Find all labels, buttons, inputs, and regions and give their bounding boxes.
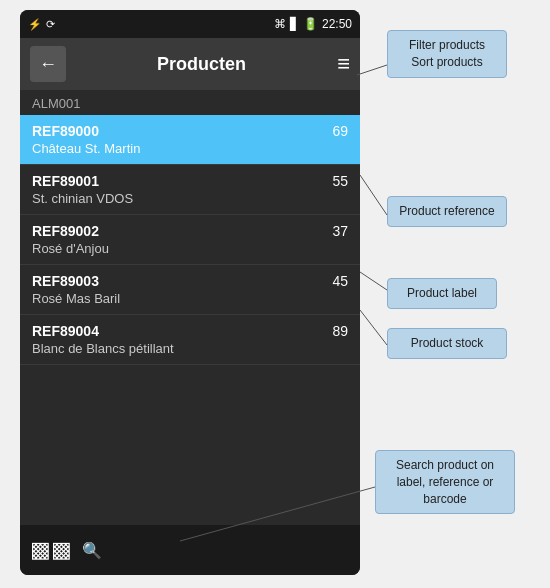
- usb-icon: ⚡: [28, 18, 42, 31]
- product-stock: 55: [332, 173, 348, 189]
- product-stock: 89: [332, 323, 348, 339]
- signal-icon: ▋: [290, 17, 299, 31]
- wifi-icon: ⌘: [274, 17, 286, 31]
- product-ref: REF89001: [32, 173, 99, 189]
- search-input[interactable]: [112, 542, 350, 558]
- product-item[interactable]: REF89004 89 Blanc de Blancs pétillant: [20, 315, 360, 365]
- product-ref: REF89000: [32, 123, 99, 139]
- status-icons-left: ⚡ ⟳: [28, 18, 55, 31]
- search-annotation: Search product onlabel, reference orbarc…: [375, 450, 515, 514]
- back-arrow-icon: ←: [39, 54, 57, 75]
- product-item[interactable]: REF89000 69 Château St. Martin: [20, 115, 360, 165]
- products-container: REF89000 69 Château St. Martin REF89001 …: [20, 115, 360, 365]
- battery-icon: 🔋: [303, 17, 318, 31]
- search-icon: 🔍: [82, 541, 102, 560]
- screen-title: Producten: [157, 54, 246, 75]
- product-item[interactable]: REF89003 45 Rosé Mas Baril: [20, 265, 360, 315]
- time-display: 22:50: [322, 17, 352, 31]
- product-label: St. chinian VDOS: [32, 191, 348, 206]
- status-icons-right: ⌘ ▋ 🔋 22:50: [274, 17, 352, 31]
- product-list: ALM001 REF89000 69 Château St. Martin RE…: [20, 90, 360, 525]
- product-label: Rosé d'Anjou: [32, 241, 348, 256]
- product-label: Château St. Martin: [32, 141, 348, 156]
- svg-line-2: [360, 272, 387, 290]
- product-ref: REF89004: [32, 323, 99, 339]
- product-label: Blanc de Blancs pétillant: [32, 341, 348, 356]
- svg-line-3: [360, 310, 387, 345]
- product-stock: 45: [332, 273, 348, 289]
- category-label: ALM001: [20, 90, 360, 115]
- product-stock: 69: [332, 123, 348, 139]
- product-ref: REF89002: [32, 223, 99, 239]
- status-bar: ⚡ ⟳ ⌘ ▋ 🔋 22:50: [20, 10, 360, 38]
- phone-frame: ⚡ ⟳ ⌘ ▋ 🔋 22:50 ← Producten ≡ ALM001 REF…: [20, 10, 360, 575]
- barcode-button[interactable]: ▩▩: [30, 537, 72, 563]
- top-bar: ← Producten ≡: [20, 38, 360, 90]
- back-button[interactable]: ←: [30, 46, 66, 82]
- svg-line-0: [357, 65, 387, 75]
- product-label-annotation: Product label: [387, 278, 497, 309]
- product-ref: REF89003: [32, 273, 99, 289]
- bottom-bar: ▩▩ 🔍: [20, 525, 360, 575]
- product-reference-annotation: Product reference: [387, 196, 507, 227]
- rotation-icon: ⟳: [46, 18, 55, 31]
- filter-sort-annotation: Filter productsSort products: [387, 30, 507, 78]
- product-item[interactable]: REF89001 55 St. chinian VDOS: [20, 165, 360, 215]
- product-stock-annotation: Product stock: [387, 328, 507, 359]
- menu-button[interactable]: ≡: [337, 51, 350, 77]
- product-item[interactable]: REF89002 37 Rosé d'Anjou: [20, 215, 360, 265]
- svg-line-1: [360, 175, 387, 215]
- product-stock: 37: [332, 223, 348, 239]
- product-label: Rosé Mas Baril: [32, 291, 348, 306]
